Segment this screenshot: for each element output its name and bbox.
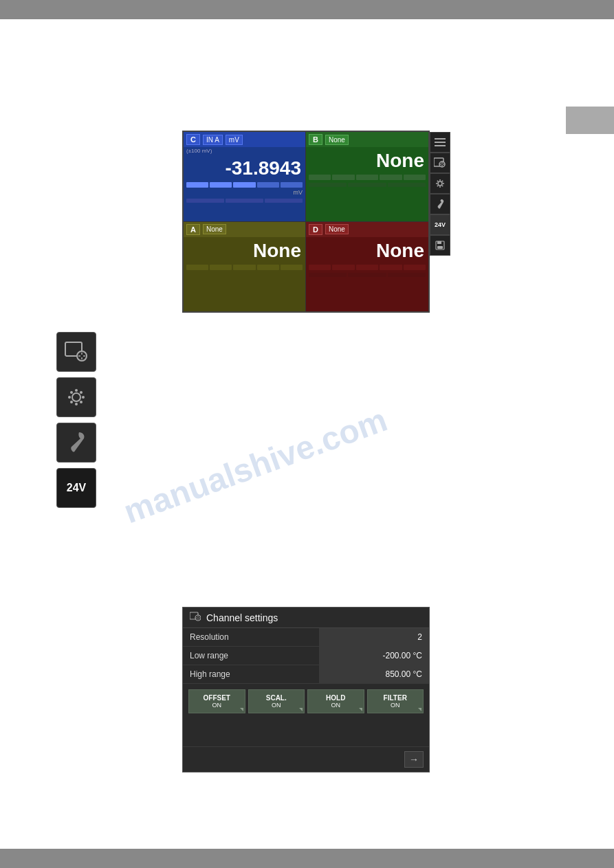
channel-a-none: None [203, 224, 226, 234]
sidebar-24v-btn[interactable]: 24V [56, 468, 96, 508]
cs-scale-sub: ON [252, 702, 302, 709]
cs-hold-label: HOLD [311, 694, 361, 702]
svg-point-13 [443, 183, 444, 184]
channel-a-label: A [186, 224, 200, 235]
svg-point-9 [438, 181, 442, 186]
bot-bar [265, 199, 303, 203]
channel-a-header: A None [184, 222, 305, 237]
svg-point-27 [72, 393, 80, 401]
right-sidebar-block [566, 107, 614, 134]
svg-point-31 [82, 396, 85, 399]
sidebar-wrench-btn[interactable] [56, 423, 96, 463]
bar-seg-a [186, 265, 208, 270]
channel-b-value: None [306, 147, 428, 173]
svg-point-28 [75, 389, 78, 392]
bot-bar [186, 199, 224, 203]
bar-seg-b [356, 175, 378, 180]
bot-bar-d [348, 273, 386, 277]
cs-filter-btn[interactable]: FILTER ON [367, 689, 424, 713]
svg-point-10 [439, 179, 441, 181]
cs-title-text: Channel settings [206, 612, 278, 623]
toolbar-wrench-btn[interactable] [430, 194, 450, 214]
cs-offset-label: OFFSET [192, 694, 242, 702]
channel-c[interactable]: C IN A mV (±100 mV) -31.8943 mV [184, 132, 306, 222]
bar-seg-a [210, 265, 232, 270]
cs-footer: → [183, 746, 429, 772]
channel-c-bars [184, 181, 305, 189]
bot-bar-b [309, 183, 347, 187]
cs-high-range-value: 850.00 °C [319, 665, 429, 683]
device-toolbar: 24V [430, 132, 450, 256]
bot-bar-b [348, 183, 386, 187]
cs-spacer [183, 719, 429, 746]
left-sidebar: 24V [56, 332, 96, 508]
cs-scale-arrow [299, 708, 303, 711]
bar-seg-d [309, 265, 331, 270]
bar-seg-a [281, 265, 303, 270]
svg-rect-0 [435, 138, 446, 140]
bar-seg-d [332, 265, 354, 270]
cs-filter-arrow [418, 708, 421, 711]
bot-bar-a [265, 273, 303, 277]
cs-offset-btn[interactable]: OFFSET ON [188, 689, 245, 713]
svg-point-32 [70, 391, 73, 394]
toolbar-save-btn[interactable] [430, 235, 450, 256]
sidebar-voltage-label: 24V [67, 482, 86, 494]
cs-high-range-row: High range 850.00 °C [183, 665, 429, 684]
channel-c-unit: mV [226, 135, 243, 145]
channel-b-bottom-bars [306, 181, 428, 188]
bot-bar-d [388, 273, 426, 277]
cs-next-btn[interactable]: → [404, 751, 424, 768]
cs-low-range-label: Low range [183, 647, 319, 665]
channel-b-none: None [325, 135, 349, 145]
cs-resolution-value: 2 [319, 628, 429, 646]
channel-c-value: -31.8943 [184, 155, 305, 181]
channel-a[interactable]: A None None [184, 222, 306, 312]
cs-scale-btn[interactable]: SCAL. ON [248, 689, 305, 713]
bot-bar-a [186, 273, 224, 277]
svg-rect-19 [437, 241, 441, 244]
channel-d-none: None [325, 224, 349, 234]
cs-hold-btn[interactable]: HOLD ON [307, 689, 364, 713]
cs-filter-sub: ON [371, 702, 421, 709]
cs-filter-label: FILTER [371, 694, 421, 702]
channel-d-bottom-bars [306, 271, 428, 278]
channel-c-unit-row: mV [184, 189, 305, 197]
bar-seg [281, 182, 303, 188]
channel-c-bottom-bars [184, 197, 305, 204]
channel-d-label: D [309, 224, 322, 235]
channel-a-bottom-bars [184, 271, 305, 278]
channel-a-value: None [184, 237, 305, 263]
bar-seg-b [404, 175, 426, 180]
svg-point-12 [436, 183, 437, 184]
bar-seg [210, 182, 232, 188]
toolbar-settings-btn[interactable] [430, 173, 450, 194]
bar-seg-d [356, 265, 378, 270]
cs-resolution-row: Resolution 2 [183, 628, 429, 647]
bot-bar [226, 199, 263, 203]
cs-high-range-label: High range [183, 665, 319, 683]
sidebar-channel-settings-btn[interactable] [56, 332, 96, 372]
channel-c-input: IN A [203, 135, 223, 145]
bar-seg [257, 182, 279, 188]
channel-d-header: D None [306, 222, 428, 237]
cs-hold-sub: ON [311, 702, 361, 709]
cs-hold-arrow [359, 708, 362, 711]
toolbar-menu-btn[interactable] [430, 132, 450, 153]
watermark: manualshive.com [119, 401, 392, 531]
channel-c-unit-label: mV [294, 189, 303, 196]
channel-a-bars [184, 263, 305, 271]
channel-d[interactable]: D None None [306, 222, 428, 312]
cs-title-bar: Channel settings [183, 608, 429, 628]
channel-settings-panel: Channel settings Resolution 2 Low range … [182, 607, 430, 772]
cs-buttons-row: OFFSET ON SCAL. ON HOLD ON FILTER ON [183, 684, 429, 719]
toolbar-channel-settings-btn[interactable] [430, 153, 450, 173]
svg-point-16 [437, 186, 439, 187]
toolbar-24v-btn[interactable]: 24V [430, 214, 450, 235]
svg-point-11 [439, 186, 441, 188]
voltage-label: 24V [435, 221, 446, 228]
sidebar-gear-btn[interactable] [56, 377, 96, 417]
channel-b[interactable]: B None None [306, 132, 428, 222]
bot-bar-a [226, 273, 263, 277]
bottom-bar [0, 849, 614, 868]
